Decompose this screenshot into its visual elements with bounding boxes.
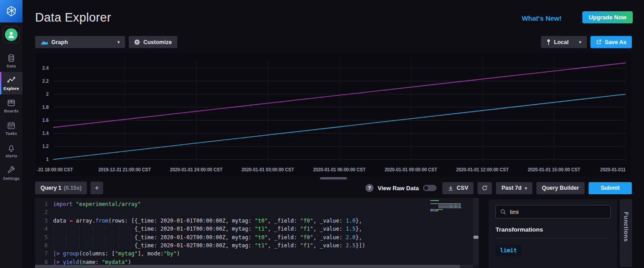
minimap-seg [456,205,459,205]
query-duration: (0.15s) [64,185,82,191]
x-tick-label: 2019-12-31 21:00:00 CST [99,167,151,172]
pin-icon [546,39,551,45]
sidebar-item-label: Settings [3,176,19,181]
sidebar-item-data[interactable]: Data [0,49,23,72]
editor-minimap[interactable] [430,200,467,214]
add-query-button[interactable]: + [90,182,103,194]
refresh-icon [482,185,488,191]
code-text: |> group(columns: ["mytag"], mode:"by") [53,250,180,258]
chart-panel: 2.42.221.81.61.41.21 -31 18:00:00 CST201… [35,53,632,176]
y-tick-label: 2.4 [42,66,49,71]
save-as-button[interactable]: Save As [590,36,632,48]
code-line: 6 {_time: 2020-01-02T00:00:00Z, mytag: "… [35,241,473,250]
dashboards-icon [6,98,16,107]
scrollbar-thumb[interactable] [473,236,478,239]
scope-dropdown[interactable]: Local ▾ [541,36,587,48]
csv-download-button[interactable]: CSV [442,182,474,194]
minimap-line [430,205,467,205]
minimap-seg [452,206,455,207]
minimap-line [430,200,467,201]
query-tab-label: Query 1 [41,185,62,191]
function-search-input[interactable] [510,209,606,215]
minimap-line [430,209,467,210]
view-raw-data-toggle[interactable] [423,185,437,191]
scope-label: Local [554,39,569,45]
customize-button[interactable]: ⚙ Customize [129,36,177,48]
sidebar-item-label: Alerts [5,154,18,158]
toggle-knob [423,185,429,191]
plot-area[interactable] [53,58,626,162]
minimap-seg [452,207,455,208]
view-type-dropdown[interactable]: Graph ▾ [35,36,125,48]
code-text: {_time: 2020-01-02T00:00:00Z, mytag: "t1… [53,241,365,250]
minimap-line [430,203,467,204]
y-tick-label: 1.6 [42,118,49,123]
transformations-section-title: Transformations [495,226,611,238]
minimap-line [430,201,467,202]
sidebar-item-tasks[interactable]: Tasks [0,117,23,139]
minimap-seg [460,205,461,205]
sidebar-item-alerts[interactable]: Alerts [0,139,23,162]
functions-side-tab[interactable]: Functions [620,199,632,267]
flux-editor[interactable]: 1import "experimental/array"23data = arr… [35,198,479,268]
query-toolbar: Query 1 (0.15s) + ? View Raw Data CSV [35,182,632,194]
functions-tab-label: Functions [623,212,630,242]
code-line: 3data = array.from(rows: [{_time: 2020-0… [35,217,473,225]
view-type-label: Graph [51,39,68,45]
y-tick-label: 1.8 [42,105,49,110]
minimap-seg [460,206,461,207]
minimap-seg [430,205,438,205]
x-tick-label: -31 18:00:00 CST [37,167,73,172]
help-icon[interactable]: ? [365,184,374,192]
user-avatar[interactable] [3,26,20,43]
code-text: data = array.from(rows: [{_time: 2020-01… [53,217,362,225]
csv-label: CSV [457,185,468,191]
line-number: 5 [35,233,53,241]
minimap-seg [438,207,450,208]
sidebar-item-boards[interactable]: Boards [0,94,23,117]
minimap-seg [460,203,461,204]
chevron-down-icon: ▾ [117,40,120,45]
refresh-button[interactable] [477,182,492,194]
export-icon [596,39,602,45]
x-tick-label: 2020-01-011 [600,167,626,172]
minimap-seg [456,207,459,208]
function-search-box[interactable] [495,205,611,219]
minimap-line [430,206,467,207]
code-line: 5 {_time: 2020-01-02T00:00:00Z, mytag: "… [35,233,473,241]
panel-resize-handle[interactable] [320,177,347,179]
whats-new-link[interactable]: What's New! [522,14,562,22]
series-line [53,63,626,128]
vertical-scrollbar[interactable] [473,198,479,265]
area-chart-icon [41,40,48,45]
query-tab[interactable]: Query 1 (0.15s) [35,182,87,194]
time-range-dropdown[interactable]: Past 7d ▾ [496,182,532,194]
upgrade-now-button[interactable]: Upgrade Now [582,11,633,23]
query-builder-button[interactable]: Query Builder [536,182,585,194]
minimap-seg [436,203,450,204]
sidebar-item-explore[interactable]: Explore [0,72,23,94]
scrollbar-thumb[interactable] [35,265,460,268]
minimap-seg [430,207,438,208]
chevron-down-icon: ▾ [525,186,527,191]
line-number: 2 [35,208,53,216]
influxdb-logo[interactable] [0,0,23,22]
x-tick-label: 2020-01-01 06:00:00 CST [313,167,366,172]
horizontal-scrollbar[interactable] [35,265,473,268]
y-tick-label: 1.2 [42,144,49,149]
gridline-v [626,58,626,162]
y-tick-label: 1.4 [42,131,49,136]
data-explorer-page: DataExploreBoardsTasksAlertsSettings Dat… [0,0,644,268]
code-text: {_time: 2020-01-02T00:00:00Z, mytag: "t0… [53,233,362,241]
sidebar-item-settings[interactable]: Settings [0,162,23,184]
code-line: 4 {_time: 2020-01-01T00:00:00Z, mytag: "… [35,225,473,233]
minimap-seg [460,207,461,208]
line-number: 1 [35,200,53,208]
avatar [5,28,18,41]
submit-button[interactable]: Submit [589,182,632,194]
function-results: limit [495,245,611,256]
function-chip-limit[interactable]: limit [495,245,522,256]
functions-panel: Transformations limit [489,199,617,268]
code-line: 7|> group(columns: ["mytag"], mode:"by") [35,250,473,258]
bell-icon [6,143,16,152]
